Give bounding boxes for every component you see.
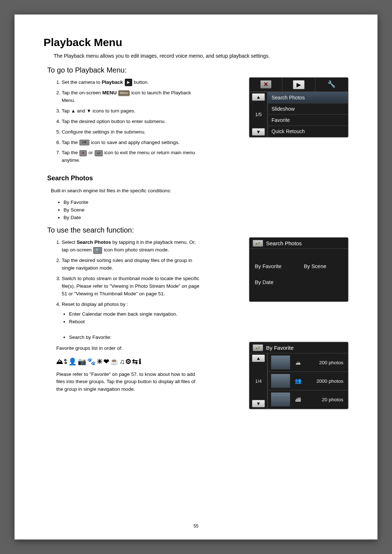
goto-heading: To go to Playback Menu:: [47, 66, 348, 74]
menu-item-search-photos[interactable]: Search Photos: [268, 92, 348, 103]
page-up-button[interactable]: ▲: [252, 93, 265, 101]
use-step-2: Tap the desired sorting rules and displa…: [62, 257, 200, 272]
back-button[interactable]: ⮐: [253, 344, 263, 351]
reset-list: Enter Calendar mode then back single nav…: [44, 311, 200, 324]
thumbnail: [271, 374, 290, 388]
menu-word: MENU: [102, 90, 117, 95]
step-5: Configure the settings in the submenu.: [62, 128, 200, 136]
favorite-group-row[interactable]: ⛰ 200 photos: [268, 353, 348, 372]
list-item: Reboot: [69, 319, 200, 324]
close-icon: ✕: [79, 150, 87, 156]
use-search-heading: To use the search function:: [47, 226, 348, 234]
page-down-button[interactable]: ▼: [252, 128, 265, 136]
return-icon: ⮐: [95, 150, 103, 156]
list-item: Search by Favorite:: [69, 335, 200, 340]
text: Select: [62, 239, 77, 245]
thumbnail: [271, 355, 290, 370]
menu-list: Search Photos Slideshow Favorite Quick R…: [268, 92, 348, 137]
step-2: Tap the on-screen MENU Menu icon to laun…: [62, 89, 200, 104]
step-1: Set the camera to Playback ▶ button.: [62, 79, 200, 86]
menu-item-slideshow[interactable]: Slideshow: [268, 103, 348, 115]
text: or: [87, 150, 94, 155]
close-button[interactable]: ✕: [260, 80, 271, 89]
text: and: [75, 108, 86, 114]
option-empty: [299, 274, 348, 290]
manual-page: Playback Menu The Playback menu allows y…: [15, 15, 377, 539]
menu-item-favorite[interactable]: Favorite: [268, 115, 348, 126]
group-icon: 🏙: [293, 397, 303, 403]
tool-icon[interactable]: 🔧: [327, 81, 335, 88]
photo-count: 2000 photos: [305, 378, 345, 384]
step-6: Tap the OK icon to save and apply change…: [62, 139, 200, 147]
list-item: By Scene: [64, 207, 348, 213]
fav-intro: Favorite groups list in order of:: [56, 345, 200, 352]
page-up-button[interactable]: ▲: [252, 354, 265, 362]
by-favorite-screen: ⮐ By Favorite ▲ 1/4 ▼ ⛰ 200 photos: [249, 342, 348, 409]
step-7: Tap the ✕ or ⮐ icon to exit the menu or …: [62, 149, 200, 164]
menu-icon: Menu: [118, 90, 130, 96]
back-button[interactable]: ⮐: [253, 240, 263, 247]
search-photos-word: Search Photos: [77, 239, 111, 245]
option-by-scene[interactable]: By Scene: [299, 258, 348, 274]
list-item: By Favorite: [64, 200, 348, 205]
menu-item-quick-retouch[interactable]: Quick Retouch: [268, 126, 348, 137]
use-step-1: Select Search Photos by tapping it in th…: [62, 239, 200, 254]
page-down-button[interactable]: ▼: [252, 400, 265, 407]
use-step-4: Reset to display all photos by :: [62, 301, 200, 308]
screen-title: By Favorite: [266, 345, 294, 351]
up-triangle-icon: ▲: [71, 108, 76, 114]
text: icon from photo stream mode.: [102, 247, 169, 253]
down-triangle-icon: ▼: [86, 108, 91, 114]
text: Tap: [62, 108, 71, 114]
list-item: By Date: [64, 215, 348, 220]
text: Tap the: [62, 140, 79, 145]
text: Tap the: [62, 150, 79, 155]
text: button.: [134, 79, 148, 85]
screen-title: Search Photos: [266, 240, 302, 246]
favorite-group-row[interactable]: 🏙 20 photos: [268, 390, 348, 409]
page-number: 55: [15, 524, 377, 529]
search-conditions-list: By Favorite By Scene By Date: [44, 200, 348, 220]
step-3: Tap ▲ and ▼ icons to turn pages.: [62, 107, 200, 115]
playback-word: Playback: [102, 79, 123, 85]
option-by-date[interactable]: By Date: [250, 274, 299, 290]
fav-bullet-list: Search by Favorite:: [44, 335, 200, 340]
search-intro: Built-in search engine list files in the…: [51, 187, 348, 195]
intro-text: The Playback menu allows you to edit ima…: [54, 53, 348, 59]
group-icon: 👥: [293, 378, 303, 384]
favorite-group-row[interactable]: 👥 2000 photos: [268, 372, 348, 390]
list-item: Enter Calendar mode then back single nav…: [69, 311, 200, 317]
page-indicator: 1/5: [250, 102, 267, 127]
option-by-favorite[interactable]: By Favorite: [250, 258, 299, 274]
photo-count: 200 photos: [305, 360, 345, 365]
step-4: Tap the desired option button to enter s…: [62, 118, 200, 126]
playback-icon: ▶: [125, 79, 132, 86]
photo-count: 20 photos: [305, 397, 345, 402]
group-icon: ⛰: [293, 360, 303, 366]
use-step-3: Switch to photo stream or thumbnail mode…: [62, 275, 200, 298]
goto-steps-list: Set the camera to Playback ▶ button. Tap…: [44, 79, 200, 164]
fav-after-text: Please refer to "Favorite" on page 57. t…: [56, 371, 200, 394]
playback-menu-screen: ✕ ▶ 🔧 ▲ 1/5 ▼ Search Photos Slideshow Fa…: [249, 77, 348, 138]
thumbnail: [271, 392, 290, 407]
favorite-icon-strip: ⛰⇆👤📷🐾☀❤☕♫⚙⇆ℹ: [56, 357, 200, 366]
search-photos-screen: ⮐ Search Photos By Favorite By Scene By …: [249, 237, 348, 302]
text: icons to turn pages.: [91, 108, 135, 114]
text: icon to save and apply changed settings.: [90, 140, 180, 145]
text: Tap the on-screen: [62, 90, 102, 95]
play-button[interactable]: ▶: [293, 80, 305, 89]
search-icon: 🔍: [93, 247, 102, 254]
ok-icon: OK: [79, 140, 89, 145]
text: Set the camera to: [62, 79, 102, 85]
use-steps-list: Select Search Photos by tapping it in th…: [44, 239, 200, 308]
page-title: Playback Menu: [44, 36, 348, 49]
page-indicator: 1/4: [250, 363, 267, 399]
search-photos-heading: Search Photos: [47, 175, 348, 182]
